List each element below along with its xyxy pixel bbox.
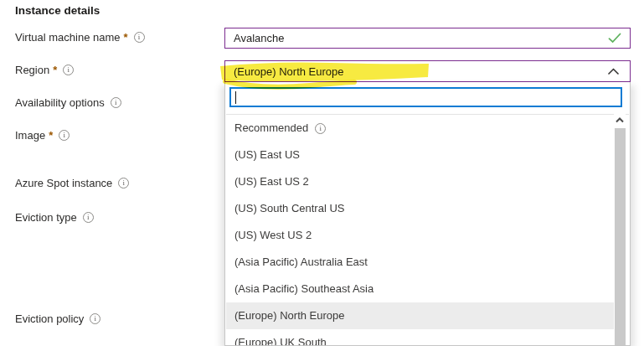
field-label-text: Availability options xyxy=(15,96,105,109)
info-icon[interactable]: i xyxy=(315,123,326,134)
text-caret xyxy=(235,91,236,104)
field-label-text: Eviction type xyxy=(15,211,77,224)
info-icon[interactable]: i xyxy=(134,32,145,43)
field-label-image: Image * i xyxy=(15,129,70,142)
dropdown-option-south-central-us[interactable]: (US) South Central US xyxy=(226,195,629,222)
field-label-text: Eviction policy xyxy=(15,312,84,325)
field-label-text: Region xyxy=(15,64,49,76)
instance-details-form: Instance details Virtual machine name * … xyxy=(0,0,644,346)
field-label-eviction-type: Eviction type i xyxy=(15,211,94,224)
info-icon[interactable]: i xyxy=(90,313,100,324)
validation-check-icon xyxy=(608,33,621,44)
dropdown-group-header: Recommended i xyxy=(226,115,629,142)
required-asterisk: * xyxy=(124,31,128,44)
chevron-up-icon[interactable] xyxy=(607,68,620,75)
region-combobox[interactable]: (Europe) North Europe xyxy=(224,60,631,82)
region-selected-value: (Europe) North Europe xyxy=(234,65,607,78)
region-options-list: Recommended i (US) East US (US) East US … xyxy=(226,114,629,345)
dropdown-option-east-us[interactable]: (US) East US xyxy=(226,142,629,168)
info-icon[interactable]: i xyxy=(59,130,70,141)
dropdown-option-north-europe-selected[interactable]: (Europe) North Europe xyxy=(226,302,614,329)
dropdown-option-east-us-2[interactable]: (US) East US 2 xyxy=(226,168,629,195)
required-asterisk: * xyxy=(49,129,53,142)
section-title: Instance details xyxy=(15,4,100,17)
scrollbar-thumb[interactable] xyxy=(615,128,626,345)
dropdown-option-uk-south[interactable]: (Europe) UK South xyxy=(226,329,629,345)
info-icon[interactable]: i xyxy=(83,212,94,223)
dropdown-option-west-us-2[interactable]: (US) West US 2 xyxy=(226,222,629,249)
info-icon[interactable]: i xyxy=(111,97,121,108)
info-icon[interactable]: i xyxy=(118,178,129,188)
field-label-availability-options: Availability options i xyxy=(15,96,121,109)
scroll-up-arrow-icon xyxy=(616,117,624,123)
dropdown-option-australia-east[interactable]: (Asia Pacific) Australia East xyxy=(226,249,629,276)
virtual-machine-name-value: Avalanche xyxy=(234,32,608,44)
field-label-text: Image xyxy=(15,129,45,142)
info-icon[interactable]: i xyxy=(63,65,74,75)
scroll-up-arrow[interactable] xyxy=(614,113,626,127)
field-label-eviction-policy: Eviction policy i xyxy=(15,312,100,325)
field-label-region: Region * i xyxy=(15,64,74,76)
field-label-azure-spot-instance: Azure Spot instance i xyxy=(15,177,129,189)
region-search-input[interactable] xyxy=(229,87,622,107)
required-asterisk: * xyxy=(53,64,57,76)
group-header-text: Recommended xyxy=(234,115,308,142)
field-label-text: Azure Spot instance xyxy=(15,177,112,189)
field-label-text: Virtual machine name xyxy=(15,31,121,44)
dropdown-scrollbar[interactable] xyxy=(614,113,626,345)
field-label-virtual-machine-name: Virtual machine name * i xyxy=(15,31,145,44)
virtual-machine-name-input[interactable]: Avalanche xyxy=(224,28,631,49)
dropdown-option-southeast-asia[interactable]: (Asia Pacific) Southeast Asia xyxy=(226,276,629,302)
region-dropdown-panel: Recommended i (US) East US (US) East US … xyxy=(224,82,631,346)
